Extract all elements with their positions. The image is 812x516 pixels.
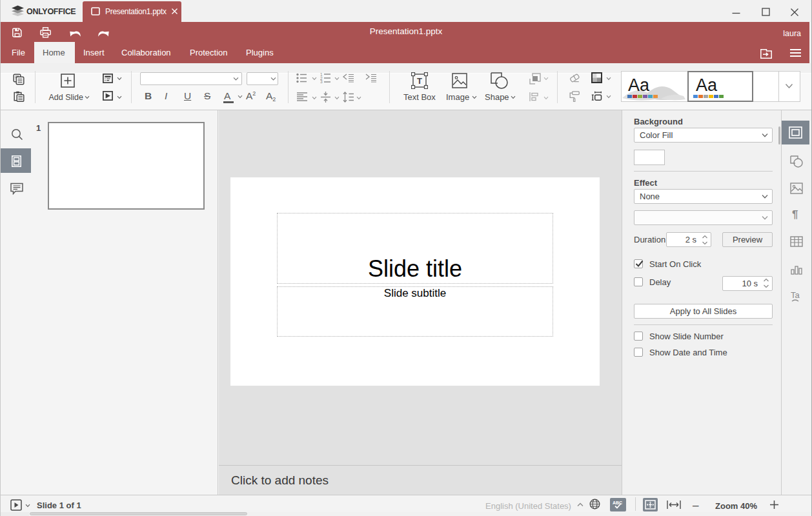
svg-text:3: 3: [320, 79, 323, 83]
svg-text:Ta: Ta: [791, 290, 800, 300]
svg-text:T: T: [417, 76, 422, 86]
